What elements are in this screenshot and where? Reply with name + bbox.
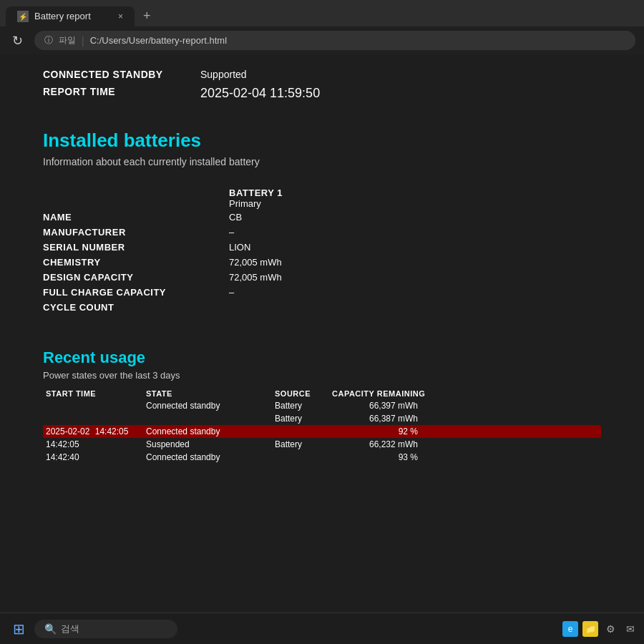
tab-bar: ⚡ Battery report × + [0,6,644,26]
usage-row-4: 14:42:40 Connected standby 93 % [43,451,601,464]
search-placeholder: 검색 [61,623,79,635]
mail-icon: ✉ [626,623,635,635]
usage-table: START TIME STATE SOURCE CAPACITY REMAINI… [43,389,601,464]
battery-serial-row: SERIAL NUMBER LION [43,242,601,253]
folder-label: 📁 [585,624,596,634]
report-time-row: REPORT TIME 2025-02-04 11:59:50 [43,86,601,101]
usage-row-2-state: Connected standby [146,426,275,436]
battery-chemistry-row: CHEMISTRY 72,005 mWh [43,257,601,268]
battery-serial-label: SERIAL NUMBER [43,242,229,253]
usage-row-3-capacity: 66,232 mWh [332,439,418,449]
usage-header-state: STATE [146,389,275,398]
new-tab-btn[interactable]: + [137,6,157,26]
battery-design-capacity-row: DESIGN CAPACITY 72,005 mWh [43,272,601,283]
battery-full-charge-label: FULL CHARGE CAPACITY [43,287,229,298]
battery-manufacturer-row: MANUFACTURER – [43,227,601,238]
battery-full-charge-row: FULL CHARGE CAPACITY – [43,287,601,298]
usage-header-capacity: CAPACITY REMAINING [332,389,425,398]
installed-batteries-subtitle: Information about each currently install… [43,156,601,167]
usage-row-4-state: Connected standby [146,452,275,462]
taskbar: ⊞ 🔍 검색 e 📁 ⚙ ✉ [0,613,644,644]
battery-col-empty [43,187,229,209]
taskbar-search-box[interactable]: 🔍 검색 [34,620,177,638]
report-time-value: 2025-02-04 11:59:50 [200,86,320,101]
usage-row-0-capacity: 66,397 mWh [332,401,418,411]
page-content: CONNECTED STANDBY Supported REPORT TIME … [0,54,644,640]
usage-row-1: Battery 66,387 mWh [43,412,601,425]
battery-chemistry-value: 72,005 mWh [229,257,282,268]
battery-serial-value: LION [229,242,250,253]
battery-table: BATTERY 1 Primary NAME CB MANUFACTURER –… [43,187,601,313]
battery-type: Primary [229,198,283,209]
usage-header-start: START TIME [46,389,146,398]
tab-close-btn[interactable]: × [118,11,123,21]
connected-standby-label: CONNECTED STANDBY [43,69,200,80]
battery-chemistry-label: CHEMISTRY [43,257,229,268]
battery-cycle-count-row: CYCLE COUNT [43,302,601,313]
windows-icon: ⊞ [13,620,25,638]
battery-design-capacity-value: 72,005 mWh [229,272,282,283]
report-time-label: REPORT TIME [43,86,200,101]
battery-name-row: NAME CB [43,212,601,223]
windows-start-btn[interactable]: ⊞ [6,616,31,642]
taskbar-folder-icon[interactable]: 📁 [582,621,598,637]
usage-row-2-capacity: 92 % [332,426,418,436]
active-tab[interactable]: ⚡ Battery report × [6,6,135,26]
battery-design-capacity-label: DESIGN CAPACITY [43,272,229,283]
recent-usage-subtitle: Power states over the last 3 days [43,370,601,381]
battery-table-header: BATTERY 1 Primary [43,187,601,209]
usage-row-3-start: 14:42:05 [46,439,146,449]
usage-row-0-state: Connected standby [146,401,275,411]
usage-row-3-time: 14:42:05 [46,439,79,449]
battery-full-charge-value: – [229,287,234,298]
recent-usage-title: Recent usage [43,348,601,367]
battery-name-value: CB [229,212,242,223]
browser-controls: ↻ ⓘ 파일 | C:/Users/User/battery-report.ht… [0,26,644,54]
usage-row-4-capacity: 93 % [332,452,418,462]
taskbar-mail-icon[interactable]: ✉ [623,621,638,637]
battery-manufacturer-value: – [229,227,234,238]
usage-row-3: 14:42:05 Suspended Battery 66,232 mWh [43,438,601,451]
installed-batteries-title: Installed batteries [43,130,601,152]
address-protocol-label: 파일 [59,34,76,47]
battery-cycle-count-label: CYCLE COUNT [43,302,229,313]
usage-row-4-time: 14:42:40 [46,452,79,462]
search-icon: 🔍 [44,623,57,635]
usage-row-3-source: Battery [275,439,332,449]
connected-standby-row: CONNECTED STANDBY Supported [43,69,601,80]
usage-header-source: SOURCE [275,389,332,398]
usage-row-1-capacity: 66,387 mWh [332,414,418,424]
gear-icon: ⚙ [606,623,615,635]
usage-row-2-date: 2025-02-02 [46,426,89,436]
address-info-icon: ⓘ [44,34,53,47]
battery-col-title: BATTERY 1 [229,187,283,198]
battery-name-label: NAME [43,212,229,223]
tab-title: Battery report [34,11,91,21]
usage-row-1-source: Battery [275,414,332,424]
usage-row-0-source: Battery [275,401,332,411]
address-separator: | [82,35,84,47]
recent-usage-section: Recent usage Power states over the last … [43,348,601,464]
edge-label: e [568,624,573,634]
usage-table-header: START TIME STATE SOURCE CAPACITY REMAINI… [43,389,601,398]
usage-row-3-state: Suspended [146,439,275,449]
usage-row-2-start: 2025-02-02 14:42:05 [46,426,146,436]
tab-favicon: ⚡ [17,11,29,22]
usage-row-2: 2025-02-02 14:42:05 Connected standby 92… [43,425,601,438]
battery-column-header: BATTERY 1 Primary [229,187,283,209]
taskbar-settings-icon[interactable]: ⚙ [602,621,618,637]
taskbar-right-icons: e 📁 ⚙ ✉ [562,621,638,637]
taskbar-edge-icon[interactable]: e [562,621,578,637]
reload-btn[interactable]: ↻ [9,32,26,49]
usage-row-4-start: 14:42:40 [46,452,146,462]
usage-row-2-time: 14:42:05 [95,426,129,436]
usage-row-0: Connected standby Battery 66,397 mWh [43,399,601,412]
connected-standby-value: Supported [200,69,247,80]
address-url: C:/Users/User/battery-report.html [90,35,227,46]
svg-text:⚡: ⚡ [19,12,28,21]
browser-chrome: ⚡ Battery report × + ↻ ⓘ 파일 | C:/Users/U… [0,0,644,54]
address-bar[interactable]: ⓘ 파일 | C:/Users/User/battery-report.html [34,31,635,50]
installed-batteries-section: Installed batteries Information about ea… [43,130,601,313]
battery-manufacturer-label: MANUFACTURER [43,227,229,238]
